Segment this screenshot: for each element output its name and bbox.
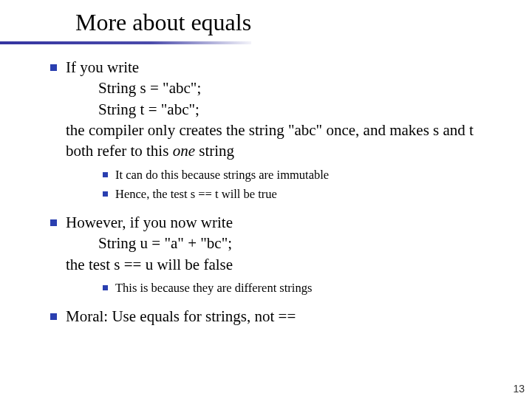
text: both refer to this bbox=[66, 142, 173, 160]
bullet-body: Moral: Use equals for strings, not == bbox=[66, 306, 514, 327]
text: will be bbox=[219, 187, 259, 201]
slide-title: More about equals bbox=[0, 0, 532, 39]
square-bullet-icon bbox=[50, 313, 57, 320]
inline-code: equals bbox=[140, 307, 180, 325]
inline-code: s == t bbox=[191, 187, 219, 201]
title-underline bbox=[0, 41, 251, 44]
bullet-body: However, if you now write String u = "a"… bbox=[66, 212, 514, 301]
code-line: String t = "abc"; bbox=[66, 99, 514, 120]
inline-code: s == u bbox=[114, 256, 153, 273]
text: However, if you now write bbox=[66, 214, 233, 231]
text: string bbox=[195, 142, 234, 160]
sub-bullet-body: This is because they are different strin… bbox=[115, 279, 514, 296]
bullet-item: If you write String s = "abc"; String t … bbox=[50, 57, 514, 208]
page-number: 13 bbox=[513, 383, 525, 395]
title-code: equals bbox=[191, 9, 251, 35]
sub-bullet-body: It can do this because strings are immut… bbox=[115, 166, 514, 183]
code-line: String s = "abc"; bbox=[66, 78, 514, 98]
square-bullet-icon bbox=[103, 285, 108, 290]
title-prefix: More about bbox=[75, 9, 191, 35]
text: the compiler only creates the string bbox=[66, 121, 288, 139]
inline-code: == bbox=[279, 307, 296, 325]
sub-bullet-body: Hence, the test s == t will be true bbox=[115, 185, 514, 202]
square-bullet-icon bbox=[103, 191, 108, 197]
text: Hence, the test bbox=[115, 187, 191, 201]
text: for strings, not bbox=[180, 307, 279, 325]
text: will be bbox=[153, 256, 203, 273]
bullet-body: If you write String s = "abc"; String t … bbox=[66, 57, 514, 208]
square-bullet-icon bbox=[103, 172, 108, 177]
text: If you write bbox=[66, 58, 139, 76]
text: the test bbox=[66, 256, 114, 273]
text: Moral: Use bbox=[66, 307, 140, 325]
sub-bullet-list: This is because they are different strin… bbox=[66, 275, 514, 301]
code-line: String u = "a" + "bc"; bbox=[66, 233, 514, 253]
sub-bullet-list: It can do this because strings are immut… bbox=[66, 162, 514, 208]
inline-code: t bbox=[469, 121, 474, 139]
sub-bullet-item: Hence, the test s == t will be true bbox=[103, 185, 514, 202]
inline-code: false bbox=[203, 256, 233, 273]
text: and bbox=[439, 121, 469, 139]
bullet-item: However, if you now write String u = "a"… bbox=[50, 212, 514, 301]
bullet-item: Moral: Use equals for strings, not == bbox=[50, 306, 514, 327]
text: once, and makes bbox=[322, 121, 433, 139]
sub-bullet-item: This is because they are different strin… bbox=[103, 279, 514, 296]
emphasis: one bbox=[173, 142, 195, 160]
square-bullet-icon bbox=[50, 64, 57, 71]
inline-code: "abc" bbox=[288, 121, 322, 139]
slide-body: If you write String s = "abc"; String t … bbox=[0, 39, 532, 327]
inline-code: true bbox=[258, 187, 277, 201]
square-bullet-icon bbox=[50, 219, 57, 226]
sub-bullet-item: It can do this because strings are immut… bbox=[103, 166, 514, 183]
